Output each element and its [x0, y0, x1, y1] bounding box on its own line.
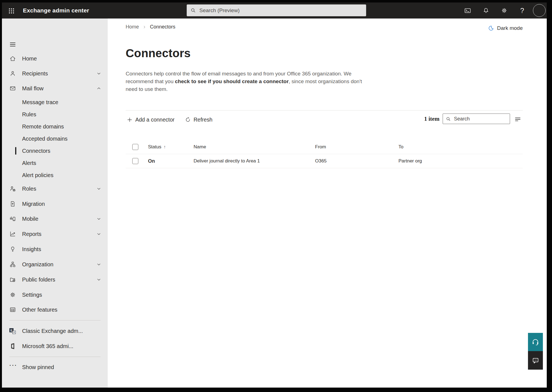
- hamburger-menu-icon[interactable]: [9, 41, 17, 47]
- sidebar-item-microsoft-365-admin[interactable]: Microsoft 365 admi...: [2, 339, 108, 354]
- toolbar-top-divider: [126, 110, 523, 111]
- refresh-icon: [185, 117, 191, 123]
- search-icon: [190, 7, 196, 13]
- breadcrumb-current: Connectors: [150, 24, 175, 30]
- roles-icon: [9, 185, 16, 192]
- help-icon[interactable]: ?: [517, 5, 528, 16]
- m365-logo: [9, 343, 16, 349]
- feedback-chat-icon: [532, 357, 539, 364]
- home-icon: [9, 55, 16, 62]
- top-app-bar: Exchange admin center ?: [2, 2, 547, 19]
- chevron-down-icon: [96, 277, 102, 282]
- breadcrumb: Home Connectors: [126, 24, 175, 30]
- chevron-down-icon: [96, 262, 102, 267]
- sidebar-item-label: Mail flow: [22, 85, 44, 92]
- sidebar-item-rules[interactable]: Rules: [2, 108, 108, 120]
- main-content: Home Connectors Dark mode Connectors Con…: [108, 19, 547, 388]
- sidebar-item-other-features[interactable]: Other features: [2, 302, 108, 317]
- sidebar-nav: Home Recipients Mail flow Message trace …: [2, 19, 108, 388]
- sidebar-item-label: Home: [22, 56, 37, 62]
- sort-ascending-arrow: ↑: [163, 144, 166, 149]
- chevron-down-icon: [96, 186, 102, 191]
- chevron-up-icon: [96, 86, 102, 91]
- sidebar-item-settings[interactable]: Settings: [2, 287, 108, 302]
- migration-icon: [9, 201, 16, 207]
- app-launcher-icon[interactable]: [8, 7, 15, 14]
- sidebar-item-classic-exchange-admin[interactable]: E✕ Classic Exchange adm...: [2, 323, 108, 338]
- refresh-button[interactable]: Refresh: [184, 115, 213, 125]
- feedback-button[interactable]: [528, 351, 543, 370]
- lightbulb-icon: [9, 246, 16, 252]
- sidebar-item-roles[interactable]: Roles: [2, 181, 108, 196]
- screen: Exchange admin center ? Home Recipients: [0, 0, 552, 392]
- sidebar-divider: [9, 320, 101, 320]
- plus-icon: [127, 117, 133, 123]
- exchange-admin-center-window: Exchange admin center ? Home Recipients: [2, 2, 547, 388]
- global-search-input[interactable]: [199, 7, 363, 14]
- gear-icon: [9, 291, 16, 298]
- settings-gear-icon[interactable]: [499, 5, 510, 16]
- description-link[interactable]: check to see if you should create a conn…: [175, 78, 289, 84]
- sidebar-item-mobile[interactable]: Mobile: [2, 211, 108, 226]
- table-divider: [126, 168, 523, 168]
- sidebar-item-alert-policies[interactable]: Alert policies: [2, 169, 108, 181]
- column-header-to[interactable]: To: [398, 140, 403, 154]
- headset-icon: [532, 338, 539, 346]
- sidebar-item-remote-domains[interactable]: Remote domains: [2, 120, 108, 133]
- app-title: Exchange admin center: [23, 2, 89, 19]
- dark-mode-label: Dark mode: [497, 25, 523, 31]
- selected-indicator: [15, 147, 16, 155]
- table-row[interactable]: On Deliver journal directly to Area 1 O3…: [108, 154, 523, 168]
- page-title: Connectors: [126, 47, 191, 60]
- sidebar-item-mail-flow[interactable]: Mail flow: [2, 81, 108, 96]
- sidebar-item-accepted-domains[interactable]: Accepted domains: [2, 133, 108, 145]
- mail-icon: [9, 85, 16, 92]
- list-search-input[interactable]: [453, 116, 507, 122]
- mobile-icon: [9, 215, 16, 222]
- chevron-down-icon: [96, 71, 102, 76]
- sidebar-item-reports[interactable]: Reports: [2, 227, 108, 241]
- chevron-down-icon: [96, 216, 102, 222]
- sidebar-item-public-folders[interactable]: Public folders: [2, 272, 108, 287]
- row-status: On: [148, 154, 155, 168]
- sidebar-item-insights[interactable]: Insights: [2, 242, 108, 257]
- sort-lines-icon[interactable]: [513, 115, 522, 123]
- row-from: O365: [315, 154, 327, 168]
- global-search-box[interactable]: [187, 4, 366, 16]
- sidebar-item-organization[interactable]: Organization: [2, 257, 108, 272]
- dark-mode-toggle[interactable]: Dark mode: [488, 25, 523, 31]
- sidebar-divider: [9, 357, 101, 357]
- list-search-box[interactable]: [443, 114, 510, 124]
- table-header-row: Status↑ Name From To: [108, 140, 523, 154]
- moon-icon: [488, 25, 494, 31]
- sidebar-item-message-trace[interactable]: Message trace: [2, 96, 108, 108]
- add-connector-button[interactable]: Add a connector: [126, 115, 176, 125]
- sidebar-item-recipients[interactable]: Recipients: [2, 66, 108, 81]
- sidebar-item-show-pinned[interactable]: ··· Show pinned: [2, 360, 108, 375]
- sidebar-item-home[interactable]: Home: [2, 51, 108, 66]
- chevron-right-icon: [142, 25, 146, 29]
- person-icon: [9, 70, 16, 77]
- folder-globe-icon: [9, 276, 16, 283]
- column-header-from[interactable]: From: [315, 140, 326, 154]
- sidebar-item-migration[interactable]: Migration: [2, 196, 108, 211]
- row-checkbox[interactable]: [132, 158, 138, 164]
- item-count: 1 item: [424, 115, 439, 122]
- sidebar-item-label: Recipients: [22, 70, 48, 77]
- sidebar-item-connectors-selected[interactable]: Connectors: [2, 145, 108, 157]
- support-button[interactable]: [528, 333, 543, 351]
- list-toolbar: Add a connector Refresh: [126, 114, 213, 125]
- notifications-bell-icon[interactable]: [480, 5, 492, 16]
- column-header-status[interactable]: Status↑: [148, 140, 166, 154]
- row-name: Deliver journal directly to Area 1: [194, 154, 260, 168]
- powershell-icon[interactable]: [462, 5, 473, 16]
- sidebar-item-alerts[interactable]: Alerts: [2, 157, 108, 169]
- chevron-down-icon: [96, 231, 102, 237]
- column-header-name[interactable]: Name: [194, 140, 206, 154]
- exchange-logo: E✕: [9, 328, 16, 334]
- grid-table-icon: [9, 306, 16, 313]
- account-avatar[interactable]: [533, 4, 546, 17]
- breadcrumb-home-link[interactable]: Home: [126, 24, 139, 30]
- search-icon: [446, 116, 451, 122]
- select-all-checkbox[interactable]: [132, 144, 138, 150]
